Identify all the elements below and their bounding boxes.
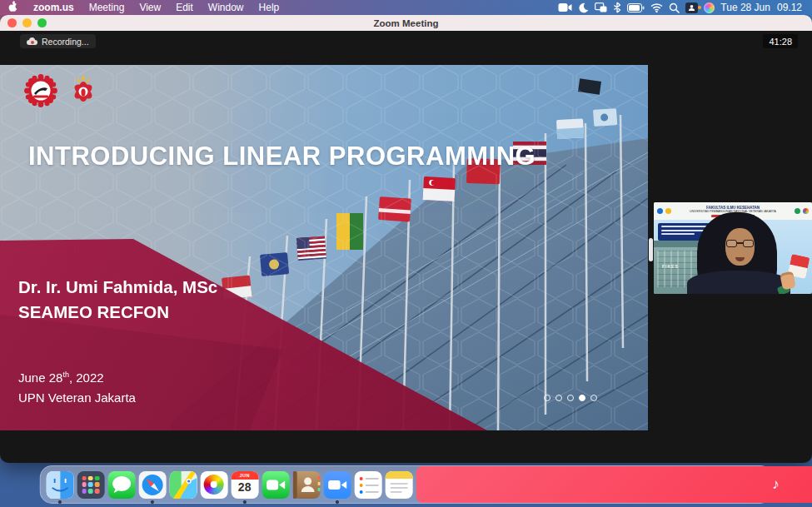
zoom-video-icon[interactable] [558, 2, 572, 12]
menu-edit[interactable]: Edit [168, 2, 201, 13]
dock-maps[interactable] [169, 471, 197, 499]
menu-app-name[interactable]: zoom.us [26, 2, 82, 13]
page-dot [555, 395, 562, 401]
event-location: UPN Veteran Jakarta [18, 388, 136, 408]
event-date-block: June 28th, 2022 UPN Veteran Jakarta [18, 365, 136, 408]
dock-reminders[interactable] [354, 471, 381, 499]
dock-calendar[interactable]: JUN 28 [231, 471, 258, 499]
event-date: June 28th, 2022 [18, 365, 136, 388]
university-logo-icon [657, 208, 663, 214]
dock-zoom[interactable] [323, 471, 351, 499]
menu-help[interactable]: Help [252, 2, 287, 13]
dock-facetime[interactable] [262, 471, 289, 499]
menu-meeting[interactable]: Meeting [82, 2, 132, 13]
glasses [726, 240, 754, 248]
running-indicator [336, 500, 339, 504]
video-panel-collapse-handle[interactable] [649, 238, 653, 261]
bluetooth-icon[interactable] [613, 2, 621, 13]
running-indicator [243, 500, 247, 504]
window-title: Zoom Meeting [0, 18, 812, 28]
recording-label: Recording... [42, 37, 89, 47]
calendar-month: JUN [231, 471, 258, 480]
banner-left-logos [654, 208, 675, 214]
menu-window[interactable]: Window [201, 2, 252, 13]
dock-contacts[interactable] [292, 471, 320, 499]
zoom-meeting-window: Zoom Meeting Recording... 41:28 [0, 15, 812, 463]
accreditation-logo-icon [795, 208, 800, 214]
faculty-logo-icon [665, 208, 671, 214]
seameo-logo [23, 73, 58, 108]
building-label: FIKES [662, 264, 679, 269]
screen-mirroring-icon[interactable] [595, 2, 607, 12]
page-dot [544, 395, 550, 401]
fist-flag-illustration [778, 256, 810, 292]
clock-time: 09.12 [777, 2, 802, 13]
siri-icon[interactable] [704, 2, 715, 13]
dock-launchpad[interactable] [77, 471, 104, 499]
notification-dot [698, 6, 701, 9]
meeting-top-bar: Recording... 41:28 [0, 31, 812, 65]
wifi-icon[interactable] [650, 3, 663, 12]
calendar-day: 28 [231, 480, 258, 494]
battery-icon[interactable] [627, 3, 645, 12]
user-switch-icon[interactable] [685, 2, 698, 13]
spotlight-icon[interactable] [669, 2, 680, 13]
apple-icon [7, 1, 18, 12]
desktop: zoom.us Meeting View Edit Window Help [0, 0, 812, 507]
page-dot-active [579, 395, 585, 401]
menu-bar: zoom.us Meeting View Edit Window Help [0, 0, 812, 15]
meeting-timer: 41:28 [763, 34, 798, 48]
window-title-bar[interactable]: Zoom Meeting [0, 15, 812, 31]
dock: JUN 28 ♪ [39, 465, 773, 504]
shared-screen-slide: INTRODUCING LINEAR PROGRAMMING Dr. Ir. U… [0, 65, 648, 430]
banner-right-logos [791, 208, 812, 214]
apple-menu[interactable] [0, 1, 26, 15]
dock-photos[interactable] [200, 471, 227, 499]
participant-video-tile[interactable]: FIKES FAKULTAS ILMU KESEHATAN UNIVERSITA… [654, 202, 812, 294]
clock-date: Tue 28 Jun [720, 2, 770, 13]
page-dot [567, 395, 574, 401]
speaker-name: Dr. Ir. Umi Fahmida, MSc [18, 275, 217, 300]
focus-moon-icon[interactable] [578, 2, 589, 13]
speaker-block: Dr. Ir. Umi Fahmida, MSc SEAMEO RECFON [18, 275, 217, 325]
slide-logos [23, 73, 100, 108]
page-dot [590, 395, 597, 401]
slide-title: INTRODUCING LINEAR PROGRAMMING [28, 142, 611, 171]
dock-safari[interactable] [138, 471, 166, 499]
recording-indicator[interactable]: Recording... [20, 34, 96, 48]
dock-messages[interactable] [107, 471, 135, 499]
slide-pagination [544, 395, 597, 401]
menu-view[interactable]: View [132, 2, 168, 13]
kampus-merdeka-logo-icon [803, 208, 809, 214]
participant-shoulders [687, 271, 790, 294]
running-indicator [58, 500, 62, 504]
dock-notes[interactable] [385, 471, 412, 499]
speaker-org: SEAMEO RECFON [18, 300, 217, 325]
running-indicator [151, 500, 154, 504]
seameo-recfon-logo [67, 73, 100, 108]
dock-music[interactable]: ♪ [416, 466, 812, 503]
dock-finder[interactable] [46, 471, 73, 499]
recording-cloud-icon [27, 37, 37, 45]
menu-clock[interactable]: Tue 28 Jun 09.12 [720, 2, 802, 13]
